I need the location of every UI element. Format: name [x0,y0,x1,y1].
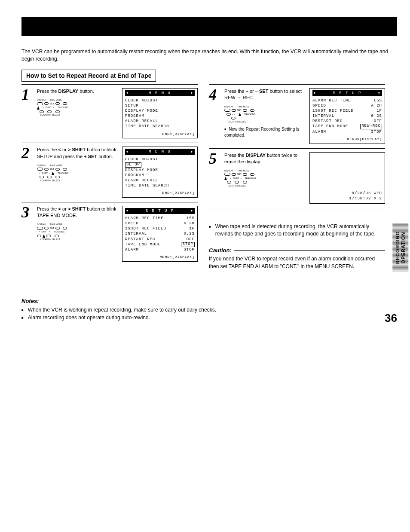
button-icon [226,113,231,116]
osd-item: DISPLAY MODE [125,108,195,113]
osd-row-r: OFF [374,119,382,124]
button-icon [243,181,247,183]
page-number: 36 [385,312,397,325]
osd-row-l: ALARM [125,247,139,252]
osd-row-l: RESTART REC [125,237,155,242]
control-panel-diagram: DISPLAY TIME MODE SET <SHIFT> TRACKING L… [37,164,119,182]
osd-row-l: 1SHOT REC FIELD [125,226,166,231]
text: button. [97,154,113,159]
note-item: Alarm recording does not operate during … [21,315,397,321]
control-panel-diagram: DISPLAY TIME MODE SET <SHIFT> TRACKING L… [37,223,119,241]
button-icon [231,117,236,119]
set-caption: SET [237,173,242,175]
osd-row-l: TAPE END MODE [312,124,348,129]
tracking-caption: TRACKING [58,172,69,174]
step-4: 4 Press the + or – SET button to select … [209,84,385,148]
intro-text: The VCR can be programmed to automatical… [21,48,397,63]
osd-footer: MENU=[DISPLAY] [125,255,195,260]
timestamp-time: 17:30:02 A 2 [349,196,382,202]
text: Now the Repeat Recording Setting is comp… [224,127,299,138]
button-icon [37,168,43,171]
osd-footer: END=[DISPLAY] [125,132,195,137]
button-icon [55,110,60,113]
step-1-number: 1 [21,88,37,139]
notes-heading: Notes: [21,298,39,304]
osd-row-l: RESTART REC [312,119,343,124]
tracking-caption: TRACKING [54,231,65,233]
osd-item: PROGRAM [125,113,195,119]
osd-item: DISPLAY MODE [125,168,195,173]
title-bar [21,17,397,36]
step-5: 5 Press the DISPLAY button twice to eras… [209,148,385,208]
button-icon [243,109,247,112]
info-paragraph: When tape end is detected during recordi… [209,223,385,238]
text: button. [78,89,94,94]
tab-line: RECORDING [395,231,401,264]
caution-block: Caution: If you need the VCR to repeat r… [209,247,385,270]
osd-row-r-highlight: STOP [181,242,195,247]
osd-setup-1: S E T U P ALARM REC TIME15S SPEEDA 2H 1S… [122,206,198,262]
step-1-text: Press the DISPLAY button. DISPLAY TIME M… [37,88,119,139]
osd-item-highlight: SETUP [125,162,141,168]
osd-item: SETUP [125,103,195,108]
timemode-caption: TIME MODE [50,165,62,167]
display-caption: DISPLAY [224,106,233,108]
arrow-up-icon [43,234,45,238]
osd-item: TIME DATE SEARCH [125,124,195,129]
osd-row-r: 1F [189,226,195,231]
osd-item: CLOCK ADJUST [125,157,195,162]
display-caption: DISPLAY [37,223,46,226]
button-icon [224,173,230,176]
button-icon [235,181,239,183]
control-panel-diagram: DISPLAY TIME MODE SET < > TRACKING LOCAT… [224,105,306,123]
button-icon [224,109,230,112]
timemode-caption: TIME MODE [50,223,62,226]
arrow-up-icon [52,171,54,175]
set-caption: SET [237,109,242,111]
display-label: DISPLAY [246,153,266,158]
osd-row-l: ALARM [312,129,326,135]
button-icon [47,110,52,113]
text: Press the [37,206,58,211]
button-icon [63,168,67,171]
set-label: SET [88,154,97,159]
step-5-number: 5 [209,152,224,204]
shift-caption: SHIFT [42,231,48,233]
button-icon [250,173,254,176]
button-icon [232,173,236,176]
osd-item: CLOCK ADJUST [125,98,195,103]
text: When tape end is detected during recordi… [215,223,385,238]
button-icon [232,109,236,112]
section-tab: RECORDING OPERATION [392,223,408,272]
osd-title: S E T U P [125,208,195,214]
step-4-text: Press the + or – SET button to select RE… [224,88,306,144]
button-icon [46,235,51,237]
text: Press the [224,153,246,158]
osd-row-l: ALARM REC TIME [125,216,164,221]
osd-row-l: SPEED [125,221,139,226]
text: Alarm recording does not operate during … [28,315,150,321]
caution-heading: Caution: [209,247,232,254]
button-icon [44,227,49,229]
osd-item: ALARM RECALL [125,178,195,183]
osd-item: TIME DATE SEARCH [125,183,195,188]
display-caption: DISPLAY [37,99,46,101]
tab-line: OPERATION [400,231,406,264]
set-caption: SET [50,103,54,105]
arrow-up-icon [224,177,227,180]
button-icon [47,176,52,178]
step-4-subnote: Now the Repeat Recording Setting is comp… [224,126,306,138]
button-icon [37,102,43,105]
osd-menu-1: M E N U CLOCK ADJUST SETUP DISPLAY MODE … [122,88,198,139]
arrow-up-icon [239,113,241,116]
osd-row-r: OFF [187,237,195,242]
tracking-caption: TRACKING [245,177,256,180]
osd-row-r: 15S [187,216,195,221]
button-icon [37,227,43,230]
step-2-number: 2 [21,147,37,198]
shift-caption: SHIFT [42,172,48,174]
step-4-number: 4 [209,88,224,144]
button-icon [40,110,44,113]
shift-label: SHIFT [72,147,86,152]
button-icon [243,173,247,176]
